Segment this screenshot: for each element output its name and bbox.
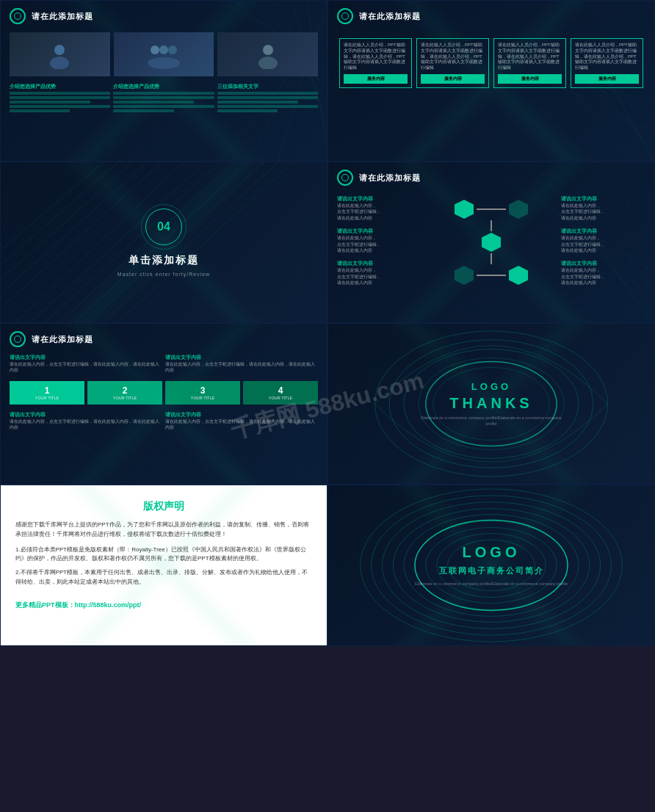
svg-point-11 [50,57,69,69]
copyright-title: 版权声明 [1,485,327,521]
section-subtitle: Master click enter forty/Review [117,272,210,277]
col-2: 介绍您选择产品优势 [113,83,214,114]
hex-right-3: 请说出文字内容 请在此处输入内容，点击文字框进行编辑，请在此处输入内容 [561,261,645,286]
photo-2 [114,32,214,76]
boxes-row: 请在此输入人员介绍，PPT辅助文字内容请插入文字函数进行编辑，请在此输入人员介绍… [328,32,654,94]
svg-line-33 [1,162,104,250]
connector-2 [477,275,506,276]
big-logo: LOGO [463,544,521,561]
hex-right-2-desc: 请在此处输入内容，点击文字框进行编辑，请在此处输入内容 [561,235,645,253]
svg-point-13 [159,46,168,54]
box-1-btn[interactable]: 服务内容 [344,74,408,84]
connector-v1 [491,220,492,231]
num-item-2-desc: 请在此处输入内容，点击文字框进行编辑，请在此处输入内容，请在此处输入内容 [165,361,318,374]
slide-2-title: 请在此添加标题 [359,11,421,22]
num-item-1-label: 请说出文字内容 [10,355,162,361]
slide-copyright: 版权声明 感谢您下载千库网平台上提供的PPT作品，为了您和千库网以及原创作者的利… [0,485,328,646]
tab-3-num: 3 [168,385,237,396]
section-number: 04 [145,209,182,245]
tab-1[interactable]: 1 YOUR TITLE [10,381,84,405]
three-col: 介绍您选择产品优势 介绍您选择产品优势 三位添加相关文字 [1,80,327,117]
col-3-title: 三位添加相关文字 [217,83,318,90]
hex-right-col: 请说出文字内容 请在此处输入内容，点击文字框进行编辑，请在此处输入内容 请说出文… [561,196,645,289]
copyright-text-2: 1.必须符合本类PPT模板是免版权素材（即：Royalty-Tree）已按照《中… [1,545,327,565]
copyright-link[interactable]: 更多精品PPT模板：http://588ku.com/ppt/ [1,593,327,617]
num-item-4-desc: 请在此处输入内容，点击文字框进行编辑，请在此处输入内容，请在此处输入内容 [165,418,318,431]
svg-line-34 [45,162,220,322]
slide-4: 请在此添加标题 请说出文字内容 请在此处输入内容，点击文字框进行编辑，请在此处输… [328,162,655,323]
hex-center-col [426,196,557,289]
hex-left-2-desc: 请在此处输入内容，点击文字框进行编辑，请在此处输入内容 [337,235,421,253]
tab-4-label: YOUR TITLE [246,396,315,400]
svg-point-15 [148,57,180,69]
hex-left-1-desc: 请在此处输入内容，点击文字框进行编辑，请在此处输入内容 [337,203,421,221]
tab-2-label: YOUR TITLE [90,396,159,400]
tab-2-num: 2 [90,385,159,396]
hex-left-3-desc: 请在此处输入内容，点击文字框进行编辑，请在此处输入内容 [337,267,421,286]
box-2: 请在此输入人员介绍，PPT辅助文字内容请插入文字函数进行编辑，请在此输入人员介绍… [416,38,489,88]
hex-shape-2 [509,200,528,219]
slide-1-header: 请在此添加标题 [1,1,327,29]
box-3-text: 请在此输入人员介绍，PPT辅助文字内容请插入文字函数进行编辑，请在此输入人员介绍… [498,43,562,71]
header-circle-5 [10,331,26,347]
hex-right-1: 请说出文字内容 请在此处输入内容，点击文字框进行编辑，请在此处输入内容 [561,196,645,221]
col-1-title: 介绍您选择产品优势 [10,83,110,90]
connector-v2 [491,253,492,264]
tab-4-num: 4 [246,385,315,396]
slide-2: 请在此添加标题 请在此输入人员介绍，PPT辅助文字内容请插入文字函数进行编辑，请… [328,0,655,162]
num-item-4: 请说出文字内容 请在此处输入内容，点击文字框进行编辑，请在此处输入内容，请在此处… [165,412,318,431]
col-2-title: 介绍您选择产品优势 [113,83,214,90]
color-tabs-row: 1 YOUR TITLE 2 YOUR TITLE 3 YOUR TITLE 4… [1,377,327,409]
hex-shape-5 [509,266,528,285]
slide-1-title: 请在此添加标题 [32,11,93,22]
col-1: 介绍您选择产品优势 [10,83,110,114]
hex-left-2: 请说出文字内容 请在此处输入内容，点击文字框进行编辑，请在此处输入内容 [337,228,421,253]
copyright-text-1: 感谢您下载千库网平台上提供的PPT作品，为了您和千库网以及原创作者的利益，请勿复… [1,521,327,540]
tab-3[interactable]: 3 YOUR TITLE [165,381,240,405]
hex-left-1-label: 请说出文字内容 [337,196,421,203]
hex-left-3: 请说出文字内容 请在此处输入内容，点击文字框进行编辑，请在此处输入内容 [337,261,421,286]
svg-point-16 [263,45,273,55]
hex-layout: 请说出文字内容 请在此处输入内容，点击文字框进行编辑，请在此处输入内容 请说出文… [328,190,654,294]
section-num-text: 04 [157,220,170,233]
slide-6-thanks: LOGO THANKS Elaborate on a commerce comp… [328,323,655,485]
photo-3 [217,32,318,76]
svg-point-17 [258,57,278,69]
box-2-text: 请在此输入人员介绍，PPT辅助文字内容请插入文字函数进行编辑，请在此输入人员介绍… [421,43,485,71]
hex-right-2: 请说出文字内容 请在此处输入内容，点击文字框进行编辑，请在此处输入内容 [561,228,645,253]
photo-1 [10,32,110,76]
copyright-text-3: 2.不得将千库网PPT模板，本素用于任何出售、成者出售、出录、排版、分解、发布或… [1,568,327,587]
hex-left-1: 请说出文字内容 请在此处输入内容，点击文字框进行编辑，请在此处输入内容 [337,196,421,221]
header-circle-1 [10,8,26,24]
hex-shape-1 [455,200,474,219]
slide-5-header: 请在此添加标题 [1,324,327,352]
svg-line-31 [1,162,132,279]
tab-3-label: YOUR TITLE [168,396,237,400]
header-circle-4 [337,170,353,186]
box-4-btn[interactable]: 服务内容 [575,74,639,84]
slide-1: 请在此添加标题 [0,0,328,162]
box-2-btn[interactable]: 服务内容 [421,74,485,84]
slides-grid: 请在此添加标题 [0,0,655,808]
box-3-btn[interactable]: 服务内容 [498,74,562,84]
box-4-text: 请在此输入人员介绍，PPT辅助文字内容请插入文字函数进行编辑，请在此输入人员介绍… [575,43,639,71]
num-item-3-desc: 请在此处输入内容，点击文字框进行编辑，请在此处输入内容，请在此处输入内容 [10,418,162,431]
tab-1-label: YOUR TITLE [12,396,82,400]
box-1: 请在此输入人员介绍，PPT辅助文字内容请插入文字函数进行编辑，请在此输入人员介绍… [339,38,412,88]
hex-right-1-label: 请说出文字内容 [561,196,645,203]
hex-left-2-label: 请说出文字内容 [337,228,421,235]
big-title-text: 互联网电子商务公司简介 [439,565,544,576]
photos-row [1,29,327,80]
hex-row-2 [482,219,501,266]
big-subtitle: Elaborate on a commerce company profile/… [415,581,568,587]
num-item-2-label: 请说出文字内容 [165,355,318,361]
tab-4[interactable]: 4 YOUR TITLE [243,381,318,405]
slide-3: 04 单击添加标题 Master click enter forty/Revie… [0,162,328,323]
hex-left-3-label: 请说出文字内容 [337,261,421,267]
slide-big-title: LOGO 互联网电子商务公司简介 Elaborate on a commerce… [328,485,655,646]
svg-point-10 [54,45,65,55]
svg-line-29 [1,162,162,308]
tab-2[interactable]: 2 YOUR TITLE [87,381,162,405]
hex-row-3 [455,266,528,285]
slide-2-header: 请在此添加标题 [328,1,654,29]
